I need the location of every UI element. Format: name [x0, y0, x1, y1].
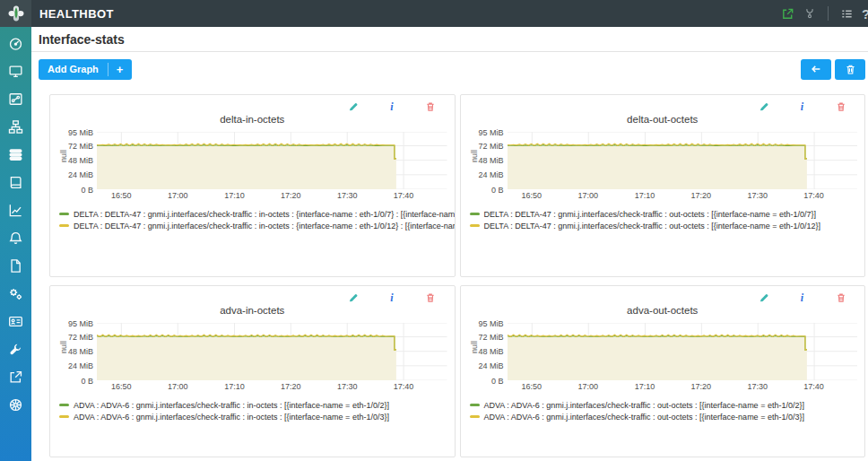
x-tick-label: 17:30: [337, 191, 358, 200]
delete-chart-icon[interactable]: [425, 292, 437, 304]
legend-label: DELTA : DELTA-47 : gnmi.j.interfaces/che…: [74, 210, 456, 219]
delete-chart-icon[interactable]: [835, 101, 846, 113]
legend-item: DELTA : DELTA-47 : gnmi.j.interfaces/che…: [59, 220, 447, 231]
tools-icon: [8, 342, 23, 357]
sidebar-item-alerts[interactable]: [7, 230, 25, 246]
legend-swatch-icon: [470, 415, 480, 418]
chart-panel-adva-in-octets: iadva-in-octetsnull95 MiB72 MiB48 MiB24 …: [49, 285, 456, 457]
sidebar-item-topology[interactable]: [7, 91, 25, 107]
info-icon[interactable]: i: [386, 101, 398, 113]
info-icon[interactable]: i: [386, 292, 398, 304]
y-tick-label: 24 MiB: [472, 170, 504, 179]
external-link-icon[interactable]: [780, 6, 794, 21]
monitor-icon: [8, 64, 23, 79]
sidebar-item-helm[interactable]: [7, 396, 25, 413]
chart-legend: DELTA : DELTA-47 : gnmi.j.interfaces/che…: [57, 203, 447, 231]
legend-swatch-icon: [470, 224, 480, 227]
debug-claw-icon[interactable]: [803, 6, 817, 21]
x-tick-label: 17:20: [691, 191, 712, 200]
sidebar-item-sitemap[interactable]: [7, 118, 25, 135]
chart-title: adva-in-octets: [57, 305, 447, 320]
sidebar-item-tools[interactable]: [7, 341, 25, 357]
sidebar-item-identity[interactable]: [7, 313, 25, 329]
sidebar-item-reports[interactable]: [7, 257, 25, 274]
x-tick-label: 17:30: [337, 382, 358, 391]
reports-icon: [8, 258, 23, 274]
x-tick-label: 17:40: [394, 382, 414, 391]
y-tick-label: 95 MiB: [61, 128, 93, 137]
y-tick-label: 24 MiB: [61, 170, 93, 179]
legend-label: DELTA : DELTA-47 : gnmi.j.interfaces/che…: [484, 210, 817, 219]
topology-icon: [8, 91, 23, 107]
x-tick-label: 17:20: [281, 191, 301, 200]
delete-chart-icon[interactable]: [835, 292, 846, 304]
sidebar-item-monitor[interactable]: [7, 63, 25, 79]
x-tick-label: 17:10: [224, 191, 245, 200]
legend-swatch-icon: [59, 404, 69, 406]
x-tick-label: 16:50: [111, 191, 132, 200]
chart-area: null95 MiB72 MiB48 MiB24 MiB0 B16:5017:0…: [57, 323, 447, 394]
page-title: Interface-stats: [39, 32, 125, 47]
helm-icon: [8, 397, 23, 413]
chart-area: null95 MiB72 MiB48 MiB24 MiB0 B16:5017:0…: [468, 132, 858, 203]
edit-pencil-icon[interactable]: [348, 292, 360, 304]
edit-pencil-icon[interactable]: [758, 101, 769, 113]
y-tick-label: 72 MiB: [472, 333, 504, 342]
chart-legend: ADVA : ADVA-6 : gnmi.j.interfaces/check-…: [57, 394, 447, 422]
legend-label: ADVA : ADVA-6 : gnmi.j.interfaces/check-…: [484, 413, 804, 422]
legend-swatch-icon: [59, 415, 69, 418]
y-tick-label: 95 MiB: [472, 319, 504, 328]
chart-panel-delta-out-octets: idelta-out-octetsnull95 MiB72 MiB48 MiB2…: [460, 94, 866, 277]
x-tick-label: 16:50: [522, 191, 542, 200]
healthbot-logo[interactable]: [0, 0, 31, 27]
sidebar-item-dashboard[interactable]: [7, 35, 25, 51]
sidebar-item-external-link[interactable]: [7, 369, 25, 385]
legend-label: ADVA : ADVA-6 : gnmi.j.interfaces/check-…: [484, 401, 804, 410]
edit-pencil-icon[interactable]: [348, 101, 360, 113]
x-tick-label: 17:40: [803, 191, 824, 200]
top-bar: HEALTHBOT ?: [0, 0, 868, 27]
delete-page-button[interactable]: [835, 59, 865, 80]
x-tick-label: 17:10: [224, 382, 245, 391]
sidebar-item-settings[interactable]: [7, 285, 25, 301]
chart-title: delta-out-octets: [468, 114, 858, 129]
plot-canvas: [97, 132, 447, 189]
info-icon[interactable]: i: [796, 292, 808, 304]
legend-item: DELTA : DELTA-47 : gnmi.j.interfaces/che…: [470, 220, 858, 231]
delete-chart-icon[interactable]: [425, 101, 437, 113]
x-axis: 16:5017:0017:1017:2017:3017:40: [97, 380, 447, 394]
legend-item: ADVA : ADVA-6 : gnmi.j.interfaces/check-…: [470, 411, 858, 422]
plot-canvas: [508, 132, 858, 189]
legend-label: ADVA : ADVA-6 : gnmi.j.interfaces/check-…: [74, 401, 389, 410]
back-button[interactable]: [801, 59, 831, 80]
y-tick-label: 0 B: [472, 186, 504, 195]
playbooks-icon: [8, 147, 23, 162]
help-icon[interactable]: ?: [862, 6, 868, 22]
charts-grid: idelta-in-octetsnull95 MiB72 MiB48 MiB24…: [31, 86, 868, 457]
list-menu-icon[interactable]: [839, 6, 854, 21]
chart-area: null95 MiB72 MiB48 MiB24 MiB0 B16:5017:0…: [57, 132, 447, 203]
x-tick-label: 17:00: [577, 382, 598, 391]
y-tick-label: 0 B: [472, 377, 504, 386]
y-tick-label: 24 MiB: [61, 361, 93, 370]
trash-icon: [845, 64, 856, 75]
y-tick-label: 48 MiB: [61, 156, 93, 165]
legend-item: DELTA : DELTA-47 : gnmi.j.interfaces/che…: [470, 208, 858, 220]
edit-pencil-icon[interactable]: [758, 292, 769, 304]
sidebar-item-playbooks[interactable]: [7, 146, 25, 162]
legend-item: ADVA : ADVA-6 : gnmi.j.interfaces/check-…: [59, 411, 447, 422]
x-tick-label: 17:00: [168, 382, 188, 391]
x-tick-label: 17:20: [691, 382, 712, 391]
x-tick-label: 16:50: [522, 382, 542, 391]
info-icon[interactable]: i: [796, 101, 808, 113]
toolbar: Add Graph +: [31, 52, 868, 86]
documentation-icon: [8, 175, 23, 190]
y-tick-label: 0 B: [61, 377, 93, 386]
external-link-icon: [8, 370, 23, 385]
sidebar-item-documentation[interactable]: [7, 174, 25, 190]
sidebar-item-graphs[interactable]: [7, 202, 25, 218]
y-tick-label: 72 MiB: [472, 142, 504, 151]
x-tick-label: 17:10: [635, 191, 655, 200]
alerts-icon: [8, 230, 23, 246]
add-graph-button[interactable]: Add Graph +: [39, 59, 132, 80]
